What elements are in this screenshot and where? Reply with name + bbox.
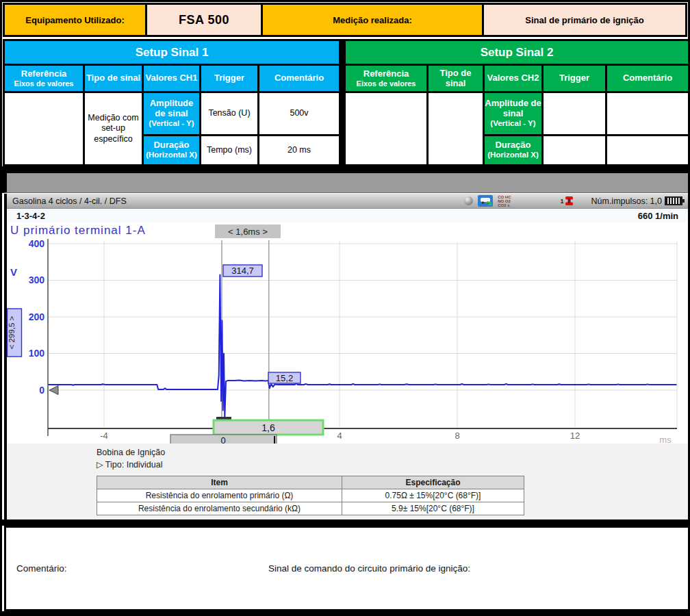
battery-icon[interactable] xyxy=(665,196,682,205)
setup2-col-referencia-line1: Referência xyxy=(363,69,409,79)
setup1-row2-ref: Duração (Horizontal X) xyxy=(144,136,199,164)
firing-order-label: 1-3-4-2 xyxy=(16,211,45,221)
cursor-2-value: 1,6 xyxy=(261,422,275,433)
equipment-label: Equipamento Utilizado: xyxy=(5,5,145,35)
setup2-row1-ref: Amplitude de sinal (Vertical - Y) xyxy=(485,93,541,134)
setup2-row2-valor xyxy=(607,136,688,164)
setup2-row2-tipo xyxy=(544,136,605,164)
setup2-title: Setup Sinal 2 xyxy=(346,41,688,64)
cursor-2-box[interactable]: 1,6 xyxy=(214,420,323,435)
comment-box: Comentário: Sinal de comando do circuito… xyxy=(4,526,690,611)
peak-marker-value: 314,7 xyxy=(231,266,254,276)
spec-value-primary: 0.75Ω ± 15%[20°C (68°F)] xyxy=(342,489,524,502)
setup1-comentario-cell: Medição com set-up específico xyxy=(85,93,142,164)
engine-config-label: Gasolina 4 ciclos / 4-cil. / DFS xyxy=(12,196,127,206)
setup2-trigger-cell xyxy=(346,93,426,164)
setup1-row2-ref-line2: (Horizontal X) xyxy=(146,151,197,159)
gas-line-3: CO2 λ xyxy=(498,203,509,207)
y-range-label: < 299,5 > xyxy=(8,316,16,349)
setup2-col-referencia: Referência Eixos de valores xyxy=(346,66,426,91)
setup-signal-2-table: Setup Sinal 2 Referência Eixos de valore… xyxy=(344,39,690,166)
cursor-delta-box: < 1,6ms > xyxy=(215,224,281,238)
report-page: Equipamento Utilizado: FSA 500 Medição r… xyxy=(0,0,690,616)
setup1-row1-valor: 500v xyxy=(259,93,339,134)
cursor-delta-label: < 1,6ms > xyxy=(228,227,268,237)
setup2-col-valores: Valores CH2 xyxy=(485,66,541,91)
setup2-col-tipo: Tipo de sinal xyxy=(429,66,483,91)
coil-spec-section: Bobina de Ignição ▷ Tipo: Individual Ite… xyxy=(4,444,690,521)
setup2-comentario-cell xyxy=(429,93,483,164)
setup2-row2-ref-line2: (Horizontal X) xyxy=(487,151,539,159)
coil-spec-table: Item Especificação Resistência do enrola… xyxy=(97,476,524,515)
table-row: Resistência do enrolamento primário (Ω) … xyxy=(97,489,524,502)
y-tick-300: 300 xyxy=(29,274,45,285)
x-tick-neg4: -4 xyxy=(100,431,108,441)
x-tick-8: 8 xyxy=(455,431,459,441)
level-marker-value: 15,2 xyxy=(276,373,293,383)
setup-tables: Setup Sinal 1 Referência Eixos de valore… xyxy=(3,39,690,166)
setup2-row1-ref-line2: (Vertical - Y) xyxy=(490,119,535,128)
x-tick-12: 12 xyxy=(570,431,580,441)
zero-level-marker-icon[interactable] xyxy=(49,386,58,395)
y-tick-0: 0 xyxy=(39,385,44,396)
coil-title: Bobina de Ignição xyxy=(97,448,688,457)
spec-col-item: Item xyxy=(97,476,342,489)
scope-status-bar: Gasolina 4 ciclos / 4-cil. / DFS CO HC N… xyxy=(7,194,688,209)
gas-analyzer-icon[interactable]: CO HC NO O2 CO2 λ xyxy=(498,195,511,207)
rpm-value: 660 1/min xyxy=(638,211,678,221)
setup1-title: Setup Sinal 1 xyxy=(5,41,339,64)
y-tick-labels: 400 300 200 100 0 xyxy=(29,238,45,396)
spec-header-row: Item Especificação xyxy=(97,476,524,489)
setup1-row2-valor: 20 ms xyxy=(259,136,339,164)
oscilloscope-screenshot: Gasolina 4 ciclos / 4-cil. / DFS CO HC N… xyxy=(4,194,690,444)
setup1-col-trigger: Trigger xyxy=(201,66,257,91)
comment-label: Comentário: xyxy=(16,563,92,574)
setup1-col-tipo: Tipo de sinal xyxy=(85,66,142,91)
setup1-col-comentario: Comentário xyxy=(259,66,339,91)
vehicle-connect-icon[interactable] xyxy=(478,195,493,207)
trigger-channel-superscript: 1 xyxy=(560,198,563,205)
y-range-box[interactable]: < 299,5 > xyxy=(8,309,22,357)
setup1-col-referencia-line1: Referência xyxy=(21,69,66,79)
peak-marker-box: 314,7 xyxy=(223,265,262,277)
setup2-row1-valor xyxy=(607,93,688,134)
setup2-row1-tipo xyxy=(544,93,605,134)
section-divider-bar xyxy=(2,166,690,173)
setup1-row2-tipo: Tempo (ms) xyxy=(201,136,257,164)
table-row: Resistência do enrolamento secundário (k… xyxy=(97,502,524,515)
trigger-pickup-icon[interactable] xyxy=(564,196,574,206)
setup2-col-trigger: Trigger xyxy=(544,66,605,91)
measurement-value: Sinal de primário de ignição xyxy=(484,5,685,35)
setup1-col-referencia: Referência Eixos de valores xyxy=(5,66,83,91)
coil-type: ▷ Tipo: Individual xyxy=(97,459,688,470)
setup2-col-referencia-line2: Eixos de valores xyxy=(357,79,416,88)
setup1-row1-ref-line1: Amplitude de sinal xyxy=(144,99,199,119)
status-sphere-icon[interactable] xyxy=(464,196,473,205)
scope-chart-area: U primário terminal 1-A < 1,6ms > 400 30… xyxy=(7,222,688,444)
setup1-row1-tipo: Tensão (U) xyxy=(201,93,257,134)
measurement-label: Medição realizada: xyxy=(263,5,482,35)
scope-info-row: 1-3-4-2 660 1/min xyxy=(7,209,688,222)
spec-item-secondary: Resistência do enrolamento secundário (k… xyxy=(97,502,342,515)
y-tick-100: 100 xyxy=(29,348,45,359)
footer-bar xyxy=(2,611,690,616)
y-tick-200: 200 xyxy=(29,311,45,322)
spec-col-especificacao: Especificação xyxy=(342,476,524,489)
comment-text: Sinal de comando do circuito primário de… xyxy=(92,563,688,574)
header-row: Equipamento Utilizado: FSA 500 Medição r… xyxy=(3,3,687,37)
setup1-row1-ref-line2: (Vertical - Y) xyxy=(149,119,194,128)
setup1-col-referencia-line2: Eixos de valores xyxy=(14,79,74,88)
setup1-row2-ref-line1: Duração xyxy=(153,140,189,151)
setup2-row1-ref-line1: Amplitude de sinal xyxy=(485,99,541,119)
y-axis-unit: V xyxy=(10,266,17,278)
waveform-plot: U primário terminal 1-A < 1,6ms > 400 30… xyxy=(7,222,688,451)
setup2-col-comentario: Comentário xyxy=(607,66,688,91)
x-tick-4: 4 xyxy=(337,431,342,441)
setup1-col-valores: Valores CH1 xyxy=(144,66,199,91)
setup1-row1-ref: Amplitude de sinal (Vertical - Y) xyxy=(144,93,199,134)
y-tick-400: 400 xyxy=(29,238,45,249)
scope-waveform xyxy=(48,275,676,418)
setup2-row2-ref-line1: Duração xyxy=(495,140,531,151)
equipment-value: FSA 500 xyxy=(147,5,261,35)
setup1-trigger-cell xyxy=(5,93,83,164)
